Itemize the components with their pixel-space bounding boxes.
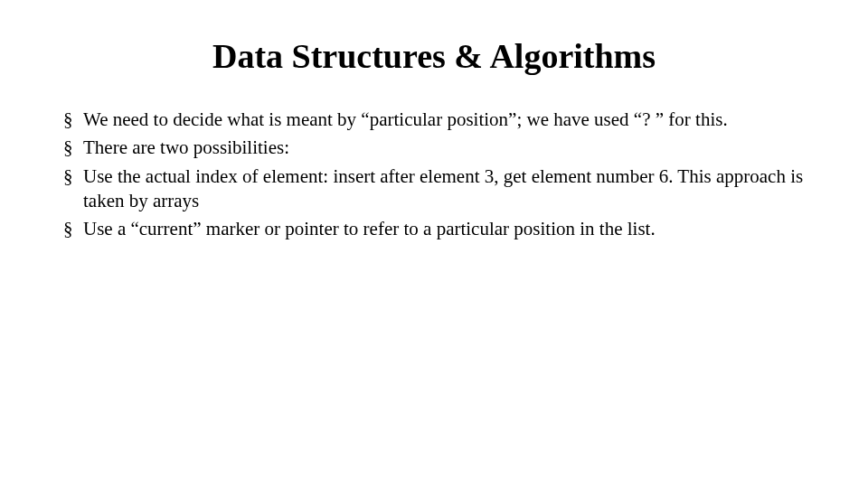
bullet-list: We need to decide what is meant by “part… [63, 108, 805, 241]
bullet-text: Use a “current” marker or pointer to ref… [83, 218, 656, 239]
bullet-text: Use the actual index of element: insert … [83, 165, 803, 211]
bullet-text: We need to decide what is meant by “part… [83, 108, 728, 130]
slide: Data Structures & Algorithms We need to … [0, 0, 868, 488]
sub-bullet-list: Use the actual index of element: insert … [63, 164, 805, 242]
list-item: We need to decide what is meant by “part… [63, 108, 805, 132]
list-item: There are two possibilities: [63, 136, 805, 160]
list-item: Use the actual index of element: insert … [63, 164, 805, 214]
slide-title: Data Structures & Algorithms [63, 36, 805, 76]
list-item: Use a “current” marker or pointer to ref… [63, 217, 805, 241]
bullet-text: There are two possibilities: [83, 136, 289, 158]
